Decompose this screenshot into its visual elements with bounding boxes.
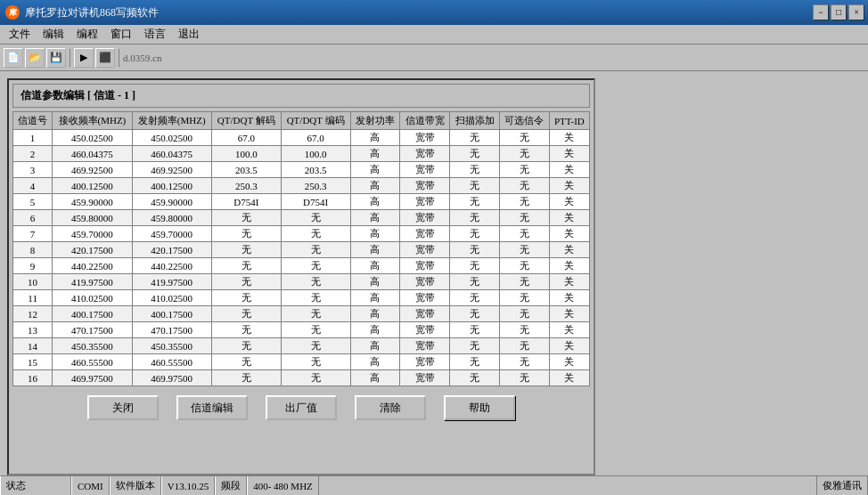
menu-edit[interactable]: 编辑 <box>37 25 70 44</box>
menu-window[interactable]: 窗口 <box>105 25 137 44</box>
channel-edit-button[interactable]: 信道编辑 <box>176 395 248 420</box>
table-cell: 400.12500 <box>53 178 132 194</box>
table-cell: 宽带 <box>400 370 450 386</box>
table-cell: 无 <box>281 290 350 306</box>
table-row[interactable]: 15460.55500460.55500无无高宽带无无关 <box>13 354 590 370</box>
app-icon: 摩 <box>5 5 20 20</box>
table-row[interactable]: 2460.04375460.04375100.0100.0高宽带无无关 <box>13 146 590 162</box>
table-cell: 无 <box>211 306 281 322</box>
table-cell: 宽带 <box>400 194 450 210</box>
menu-language[interactable]: 语言 <box>139 25 171 44</box>
table-cell: 无 <box>211 354 281 370</box>
table-row[interactable]: 11410.02500410.02500无无高宽带无无关 <box>13 290 590 306</box>
close-button[interactable]: 关闭 <box>87 395 159 420</box>
table-cell: 关 <box>549 322 589 338</box>
table-cell: 宽带 <box>400 130 450 146</box>
table-cell: 高 <box>350 306 400 322</box>
table-cell: 无 <box>450 226 500 242</box>
table-cell: 宽带 <box>400 146 450 162</box>
close-button[interactable]: × <box>848 4 864 20</box>
table-row[interactable]: 8420.17500420.17500无无高宽带无无关 <box>13 242 590 258</box>
clear-button[interactable]: 清除 <box>355 395 426 420</box>
table-cell: 13 <box>13 322 53 338</box>
table-cell: 关 <box>549 146 589 162</box>
table-cell: 400.17500 <box>132 306 211 322</box>
channel-panel: 信道参数编辑 [ 信道 - 1 ] 信道号 接收频率(MHZ) 发射频率(MHZ… <box>7 78 595 475</box>
table-cell: 3 <box>13 162 53 178</box>
toolbar-open[interactable]: 📂 <box>25 48 45 68</box>
table-cell: 宽带 <box>400 322 450 338</box>
table-cell: 无 <box>211 338 281 354</box>
toolbar-new[interactable]: 📄 <box>4 48 23 68</box>
table-cell: 9 <box>13 258 53 274</box>
table-container[interactable]: 信道号 接收频率(MHZ) 发射频率(MHZ) QT/DQT 解码 QT/DQT… <box>12 111 590 386</box>
table-row[interactable]: 13470.17500470.17500无无高宽带无无关 <box>13 322 590 338</box>
table-cell: 8 <box>13 242 53 258</box>
toolbar-save[interactable]: 💾 <box>46 48 66 68</box>
status-software-label: 软件版本 <box>110 476 161 495</box>
table-cell: 无 <box>500 194 550 210</box>
factory-button[interactable]: 出厂值 <box>266 395 337 420</box>
toolbar-write[interactable]: ⬛ <box>95 48 115 68</box>
table-cell: 203.5 <box>281 162 350 178</box>
table-row[interactable]: 3469.92500469.92500203.5203.5高宽带无无关 <box>13 162 590 178</box>
table-cell: 无 <box>211 370 281 386</box>
table-cell: 无 <box>281 370 350 386</box>
table-cell: 关 <box>549 162 589 178</box>
table-cell: 高 <box>350 338 400 354</box>
table-cell: 470.17500 <box>53 322 132 338</box>
table-cell: 无 <box>281 306 350 322</box>
table-cell: 4 <box>13 178 53 194</box>
help-button[interactable]: 帮助 <box>444 395 515 420</box>
table-row[interactable]: 14450.35500450.35500无无高宽带无无关 <box>13 338 590 354</box>
table-cell: 459.80000 <box>132 210 211 226</box>
maximize-button[interactable]: □ <box>831 4 847 20</box>
table-cell: 无 <box>450 178 500 194</box>
table-cell: 高 <box>350 210 400 226</box>
table-cell: 470.17500 <box>132 322 211 338</box>
table-cell: 宽带 <box>400 162 450 178</box>
table-cell: 7 <box>13 226 53 242</box>
table-row[interactable]: 12400.17500400.17500无无高宽带无无关 <box>13 306 590 322</box>
table-cell: 469.97500 <box>132 370 211 386</box>
table-cell: 419.97500 <box>132 274 211 290</box>
table-cell: 无 <box>500 178 550 194</box>
table-cell: 410.02500 <box>53 290 132 306</box>
table-row[interactable]: 16469.97500469.97500无无高宽带无无关 <box>13 370 590 386</box>
col-ptt-id: PTT-ID <box>549 112 589 130</box>
table-row[interactable]: 6459.80000459.80000无无高宽带无无关 <box>13 210 590 226</box>
table-cell: D754I <box>211 194 281 210</box>
title-bar: 摩 摩托罗拉对讲机868写频软件 － □ × <box>0 0 868 25</box>
toolbar-divider2 <box>119 49 119 67</box>
table-cell: 450.35500 <box>132 338 211 354</box>
table-row[interactable]: 10419.97500419.97500无无高宽带无无关 <box>13 274 590 290</box>
table-cell: 关 <box>549 274 589 290</box>
table-cell: 无 <box>450 370 500 386</box>
table-cell: 宽带 <box>400 178 450 194</box>
menu-exit[interactable]: 退出 <box>173 25 205 44</box>
table-row[interactable]: 1450.02500450.0250067.067.0高宽带无无关 <box>13 130 590 146</box>
table-cell: 无 <box>211 290 281 306</box>
table-cell: 无 <box>450 210 500 226</box>
col-tx-power: 发射功率 <box>350 112 400 130</box>
table-row[interactable]: 7459.70000459.70000无无高宽带无无关 <box>13 226 590 242</box>
table-cell: 10 <box>13 274 53 290</box>
table-cell: 关 <box>549 338 589 354</box>
table-cell: 6 <box>13 210 53 226</box>
table-cell: 宽带 <box>400 210 450 226</box>
table-cell: 无 <box>500 306 550 322</box>
menu-program[interactable]: 编程 <box>71 25 103 44</box>
minimize-button[interactable]: － <box>813 4 829 20</box>
toolbar-read[interactable]: ▶ <box>74 48 94 68</box>
table-cell: 高 <box>350 290 400 306</box>
table-cell: 宽带 <box>400 354 450 370</box>
table-cell: 459.80000 <box>53 210 132 226</box>
table-cell: 无 <box>500 242 550 258</box>
table-row[interactable]: 4400.12500400.12500250.3250.3高宽带无无关 <box>13 178 590 194</box>
table-row[interactable]: 9440.22500440.22500无无高宽带无无关 <box>13 258 590 274</box>
table-row[interactable]: 5459.90000459.90000D754ID754I高宽带无无关 <box>13 194 590 210</box>
table-cell: 关 <box>549 210 589 226</box>
col-opt-signal: 可选信令 <box>500 112 550 130</box>
menu-file[interactable]: 文件 <box>4 25 36 44</box>
toolbar-divider <box>70 49 70 67</box>
